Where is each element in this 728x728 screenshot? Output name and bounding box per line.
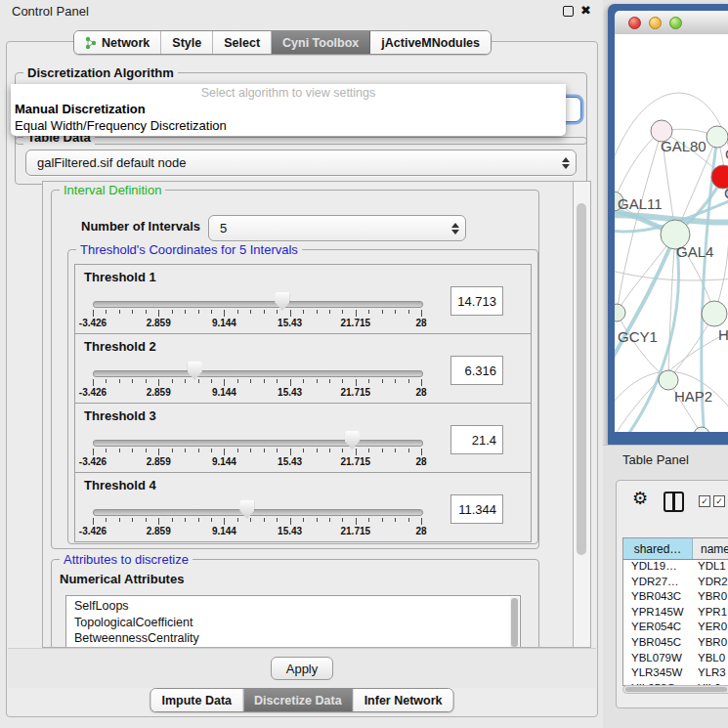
- network-node[interactable]: [707, 126, 728, 148]
- cell-shared-name[interactable]: YBR043C: [623, 590, 692, 606]
- slider-track[interactable]: [93, 509, 423, 516]
- attribute-item[interactable]: BetweennessCentrality: [66, 630, 520, 647]
- network-node[interactable]: [659, 370, 678, 390]
- slider-track[interactable]: [93, 440, 423, 447]
- slider-thumb[interactable]: [239, 500, 254, 519]
- table-row[interactable]: YDR27…YDR2: [623, 576, 728, 591]
- close-icon[interactable]: ✖: [580, 3, 591, 18]
- slider-tick: [250, 310, 251, 314]
- slider-tick: [106, 449, 107, 452]
- network-node[interactable]: [702, 301, 727, 326]
- attributes-list-scrollbar[interactable]: [510, 597, 519, 648]
- slider-thumb[interactable]: [275, 292, 289, 311]
- tab-infer-network[interactable]: Infer Network: [354, 689, 453, 711]
- table-row[interactable]: YPR145WYPR1: [623, 606, 728, 621]
- network-node[interactable]: [694, 427, 709, 432]
- table-row[interactable]: YDL19…YDL1: [623, 560, 728, 576]
- slider-tick: [132, 518, 133, 522]
- algorithm-placeholder-option[interactable]: Select algorithm to view settings: [11, 86, 566, 100]
- number-of-intervals-combobox[interactable]: 5: [208, 215, 466, 241]
- slider-thumb[interactable]: [345, 431, 360, 450]
- slider-tick: [172, 379, 173, 383]
- cell-name[interactable]: YDR2: [692, 576, 728, 591]
- table-row[interactable]: YBR043CYBR0: [623, 590, 728, 606]
- tab-label: jActiveMNodules: [381, 36, 480, 50]
- cell-shared-name[interactable]: YBR045C: [623, 636, 692, 652]
- cell-name[interactable]: YBL0: [692, 652, 728, 667]
- tab-network[interactable]: Network: [74, 31, 161, 54]
- float-window-icon[interactable]: [563, 6, 574, 17]
- table-row[interactable]: YBL079WYBL0: [623, 652, 728, 667]
- gear-icon[interactable]: ⚙: [632, 489, 648, 508]
- slider-thumb[interactable]: [188, 362, 202, 380]
- checkbox-icon[interactable]: ✓: [713, 495, 725, 507]
- slider-tick-label: -3.426: [79, 387, 107, 398]
- tab-cyni-toolbox[interactable]: Cyni Toolbox: [272, 31, 370, 54]
- apply-strip: Apply: [8, 648, 596, 688]
- table-data-combobox[interactable]: galFiltered.sif default node: [25, 150, 577, 176]
- cell-name[interactable]: YLR3: [692, 666, 728, 682]
- cell-shared-name[interactable]: YBL079W: [623, 652, 692, 667]
- minimize-traffic-light[interactable]: [649, 17, 662, 29]
- vertical-scrollbar[interactable]: [573, 182, 590, 647]
- tab-jactivemnodules[interactable]: jActiveMNodules: [370, 31, 491, 54]
- slider-tick: [198, 310, 199, 314]
- vertical-scrollbar-thumb[interactable]: [577, 203, 586, 555]
- algorithm-option-manual[interactable]: Manual Discretization: [15, 102, 146, 116]
- attribute-item[interactable]: TopologicalCoefficient: [66, 615, 520, 631]
- slider-tick-label: 28: [415, 387, 426, 398]
- table-row[interactable]: YLR345WYLR3: [623, 666, 728, 682]
- tab-discretize-data[interactable]: Discretize Data: [243, 689, 354, 711]
- checkbox-icon[interactable]: ✓: [699, 495, 710, 507]
- table-horizontal-scrollbar[interactable]: [622, 685, 728, 694]
- slider-tick: [132, 379, 133, 383]
- table-row[interactable]: YBR045CYBR0: [623, 636, 728, 652]
- threshold-value-field[interactable]: 14.713: [450, 286, 503, 316]
- cell-name[interactable]: YPR1: [692, 606, 728, 621]
- algorithm-option-equal-width[interactable]: Equal Width/Frequency Discretization: [15, 118, 227, 133]
- cell-shared-name[interactable]: YPR145W: [623, 606, 692, 621]
- slider-tick: [119, 310, 120, 314]
- network-icon: [85, 36, 97, 49]
- slider-tick: [185, 310, 186, 314]
- tab-style[interactable]: Style: [161, 31, 213, 54]
- cell-name[interactable]: YER0: [692, 621, 728, 636]
- slider-tick: [185, 449, 186, 452]
- table-row[interactable]: YER054CYER0: [623, 621, 728, 636]
- cell-shared-name[interactable]: YDL19…: [623, 560, 692, 576]
- slider-tick: [237, 379, 238, 383]
- cell-shared-name[interactable]: YER054C: [623, 621, 692, 636]
- slider-track[interactable]: [93, 370, 423, 377]
- threshold-label: Threshold 1: [84, 270, 156, 284]
- slider-track[interactable]: [93, 301, 423, 308]
- tab-label: Impute Data: [161, 694, 232, 707]
- threshold-value-field[interactable]: 6.316: [450, 356, 503, 385]
- combo-stepper-icon: [446, 223, 465, 235]
- table-header-shared-name[interactable]: shared…: [623, 538, 693, 559]
- attribute-item[interactable]: SelfLoops: [66, 596, 520, 615]
- slider-tick-label: 28: [415, 456, 426, 467]
- close-traffic-light[interactable]: [628, 17, 641, 29]
- cell-name[interactable]: YBR0: [692, 590, 728, 606]
- threshold-value-field[interactable]: 21.4: [450, 425, 503, 454]
- tab-select[interactable]: Select: [213, 31, 272, 54]
- slider-tick: [146, 310, 147, 314]
- algorithm-dropdown-popup: Select algorithm to view settings Manual…: [11, 84, 566, 136]
- network-node[interactable]: [615, 304, 625, 321]
- tab-label: Cyni Toolbox: [282, 36, 359, 50]
- cell-shared-name[interactable]: YDR27…: [623, 576, 692, 591]
- slider-tick: [329, 518, 330, 522]
- zoom-traffic-light[interactable]: [669, 17, 682, 29]
- network-canvas[interactable]: GAL80GCGAL11GAL4GCY1HHAP2: [615, 34, 728, 432]
- tab-impute-data[interactable]: Impute Data: [150, 689, 243, 711]
- split-columns-icon[interactable]: [664, 492, 684, 512]
- cell-name[interactable]: YDL1: [692, 560, 728, 576]
- numerical-attributes-list: SelfLoopsTopologicalCoefficientBetweenne…: [65, 595, 521, 648]
- table-header-name[interactable]: name: [693, 538, 728, 559]
- cell-name[interactable]: YBR0: [692, 636, 728, 652]
- apply-button[interactable]: Apply: [271, 657, 333, 680]
- threshold-value-field[interactable]: 11.344: [450, 494, 503, 524]
- slider-tick: [395, 379, 396, 383]
- cell-shared-name[interactable]: YLR345W: [623, 666, 692, 682]
- slider-tick: [329, 310, 330, 314]
